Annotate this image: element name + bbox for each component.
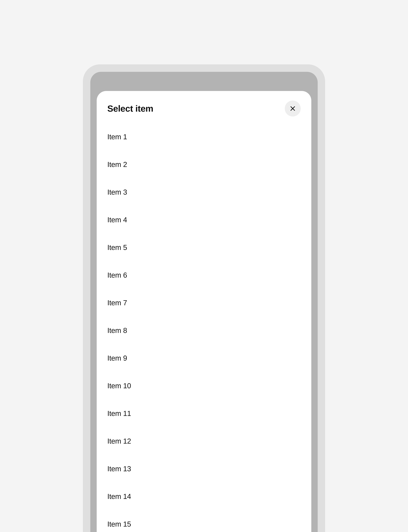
list-item[interactable]: Item 4 <box>107 206 301 234</box>
list-item[interactable]: Item 9 <box>107 344 301 372</box>
list-item[interactable]: Item 14 <box>107 483 301 510</box>
list-item[interactable]: Item 10 <box>107 372 301 399</box>
device-screen: Select item Item 1 Item 2 Item 3 Item 4 … <box>90 72 318 532</box>
list-item[interactable]: Item 11 <box>107 399 301 427</box>
sheet-title: Select item <box>107 103 153 114</box>
bottom-sheet: Select item Item 1 Item 2 Item 3 Item 4 … <box>97 91 311 532</box>
list-item[interactable]: Item 2 <box>107 151 301 178</box>
list-item[interactable]: Item 6 <box>107 261 301 289</box>
list-item[interactable]: Item 12 <box>107 427 301 455</box>
device-frame: Select item Item 1 Item 2 Item 3 Item 4 … <box>83 64 325 532</box>
list-item[interactable]: Item 8 <box>107 317 301 344</box>
sheet-header: Select item <box>107 101 301 116</box>
close-icon <box>289 105 296 112</box>
close-button[interactable] <box>285 101 301 116</box>
item-list: Item 1 Item 2 Item 3 Item 4 Item 5 Item … <box>107 123 301 532</box>
list-item[interactable]: Item 15 <box>107 510 301 532</box>
list-item[interactable]: Item 7 <box>107 289 301 317</box>
list-item[interactable]: Item 3 <box>107 178 301 206</box>
list-item[interactable]: Item 5 <box>107 234 301 261</box>
list-item[interactable]: Item 13 <box>107 455 301 483</box>
list-item[interactable]: Item 1 <box>107 123 301 151</box>
